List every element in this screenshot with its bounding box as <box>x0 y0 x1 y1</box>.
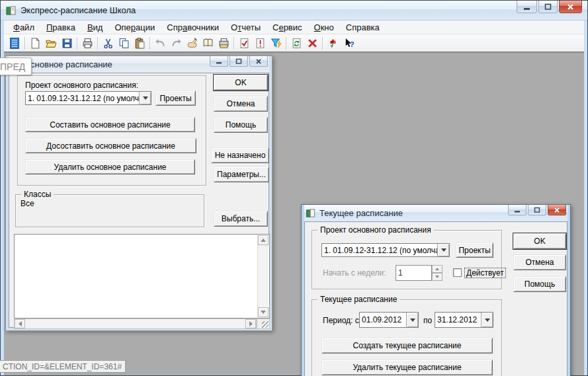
project-combobox[interactable]: 1. 01.09.12-31.12.12 (по умолчани <box>321 243 450 257</box>
menu-item-service[interactable]: Сервис <box>267 22 308 33</box>
print-button[interactable] <box>79 36 95 51</box>
project-combobox[interactable]: 1. 01.09.12-31.12.12 (по умолчани <box>25 91 151 105</box>
close-button[interactable] <box>559 1 582 13</box>
ok-button[interactable]: OK <box>513 233 566 249</box>
scroll-up-button[interactable] <box>258 235 269 245</box>
projects-button[interactable]: Проекты <box>155 91 196 106</box>
window-title: Экспресс-расписание Школа <box>21 5 136 15</box>
project-combobox-value: 1. 01.09.12-31.12.12 (по умолчани <box>26 94 139 103</box>
minimize-button[interactable] <box>517 1 537 13</box>
filter-button[interactable] <box>268 36 284 51</box>
dialog-current-minimize-button[interactable] <box>508 205 526 215</box>
open-folder-button[interactable] <box>43 36 59 51</box>
start-week-spinner[interactable] <box>432 265 442 281</box>
combo-dropdown-button[interactable] <box>437 244 449 256</box>
classes-groupbox: Классы Все <box>15 194 204 227</box>
period-to-label: по <box>423 316 432 325</box>
spin-down-button[interactable] <box>432 273 442 281</box>
scroll-left-button[interactable] <box>15 319 25 328</box>
vertical-scrollbar[interactable] <box>257 235 269 317</box>
combo-dropdown-button[interactable] <box>481 313 493 327</box>
context-help-button[interactable]: ? <box>341 36 357 51</box>
help-button[interactable]: Помощь <box>513 276 566 292</box>
book-icon <box>202 38 214 49</box>
menu-item-reports[interactable]: Отчеты <box>225 22 267 33</box>
recompose-schedule-button[interactable]: Досоставить основное расписание <box>25 138 196 153</box>
delete-current-schedule-button[interactable]: Удалить текущее расписание <box>321 359 493 375</box>
menu-item-help[interactable]: Справка <box>340 22 386 33</box>
new-document-button[interactable] <box>27 36 43 51</box>
ok-button[interactable]: OK <box>214 75 268 91</box>
arrow-left-icon <box>19 321 22 326</box>
scroll-down-button[interactable] <box>258 307 269 317</box>
dialog-current-maximize-button[interactable] <box>528 205 546 215</box>
arrow-down-icon <box>261 311 266 314</box>
menu-item-operations[interactable]: Операции <box>108 22 161 33</box>
projects-button[interactable]: Проекты <box>456 243 493 258</box>
menubar: Файл Правка Вид Операции Справочники Отч… <box>4 20 584 34</box>
minimize-icon <box>216 58 222 65</box>
menu-item-window[interactable]: Окно <box>308 22 340 33</box>
dialog-current-close-button[interactable] <box>548 205 566 215</box>
flower-icon <box>327 38 339 49</box>
cut-button[interactable] <box>100 36 116 51</box>
menu-item-view[interactable]: Вид <box>81 22 109 33</box>
hand-edit-icon <box>187 38 198 49</box>
warning-document-button[interactable] <box>252 36 268 51</box>
hand-edit-button[interactable] <box>184 36 200 51</box>
copy-button[interactable] <box>116 36 132 51</box>
spin-up-button[interactable] <box>432 265 442 273</box>
print-page-button[interactable] <box>216 36 231 51</box>
dialog-current-schedule: Текущее расписание Проект основного расп… <box>301 204 571 376</box>
create-current-schedule-button[interactable]: Создать текущее расписание <box>321 338 493 354</box>
horizontal-scrollbar[interactable] <box>14 319 257 329</box>
close-icon <box>554 207 560 213</box>
refresh-button[interactable] <box>288 36 304 51</box>
menu-item-file[interactable]: Файл <box>7 22 40 33</box>
start-week-input[interactable]: 1 <box>396 265 432 281</box>
project-label: Проект основного расписания: <box>25 81 138 90</box>
check-document-button[interactable] <box>236 36 252 51</box>
arrow-up-icon <box>261 239 266 242</box>
undo-button[interactable] <box>152 36 168 51</box>
not-assigned-button[interactable]: Не назначено <box>211 147 269 163</box>
schedule-list-button[interactable] <box>7 36 22 51</box>
cancel-button[interactable]: Отмена <box>513 254 566 270</box>
cancel-button[interactable]: Отмена <box>214 96 268 112</box>
schedule-listbox[interactable] <box>14 234 270 319</box>
chevron-down-icon <box>410 319 415 322</box>
dialog-main-close-button[interactable] <box>249 56 268 67</box>
resize-grip[interactable] <box>257 319 270 329</box>
dialog-main-caption-buttons <box>208 56 268 67</box>
paste-button[interactable] <box>132 36 147 51</box>
maximize-icon <box>544 3 552 11</box>
delete-button[interactable] <box>304 36 320 51</box>
menu-item-edit[interactable]: Правка <box>40 22 81 33</box>
compose-schedule-button[interactable]: Составить основное расписание <box>25 117 195 132</box>
menu-item-references[interactable]: Справочники <box>161 22 225 33</box>
combo-dropdown-button[interactable] <box>139 92 151 104</box>
period-from-combobox[interactable]: 01.09.2012 <box>359 312 419 328</box>
acts-checkbox[interactable] <box>453 268 462 277</box>
minimize-icon <box>523 3 530 11</box>
select-classes-button[interactable]: Выбрать... <box>214 211 268 227</box>
dialog-main-maximize-button[interactable] <box>230 56 248 67</box>
delete-main-schedule-button[interactable]: Удалить основное расписание <box>25 159 195 174</box>
dialog-books-icon <box>306 208 316 218</box>
period-to-combobox[interactable]: 31.12.2012 <box>435 312 493 328</box>
parameters-button[interactable]: Параметры... <box>214 167 269 182</box>
status-tooltip-text: CTION_ID=&ELEMENT_ID=361# <box>3 362 122 371</box>
refresh-icon <box>291 38 302 49</box>
maximize-button[interactable] <box>538 1 558 13</box>
print-icon <box>82 38 93 49</box>
dialog-main-minimize-button[interactable] <box>210 56 228 67</box>
book-button[interactable] <box>200 36 216 51</box>
redo-button[interactable] <box>168 36 184 51</box>
combo-dropdown-button[interactable] <box>406 313 418 327</box>
scroll-right-button[interactable] <box>245 319 256 328</box>
copy-icon <box>118 38 130 49</box>
help-button[interactable]: Помощь <box>214 117 268 133</box>
acts-checkbox-label[interactable]: Действует <box>465 268 505 278</box>
save-button[interactable] <box>59 36 75 51</box>
flower-button[interactable] <box>325 36 341 51</box>
